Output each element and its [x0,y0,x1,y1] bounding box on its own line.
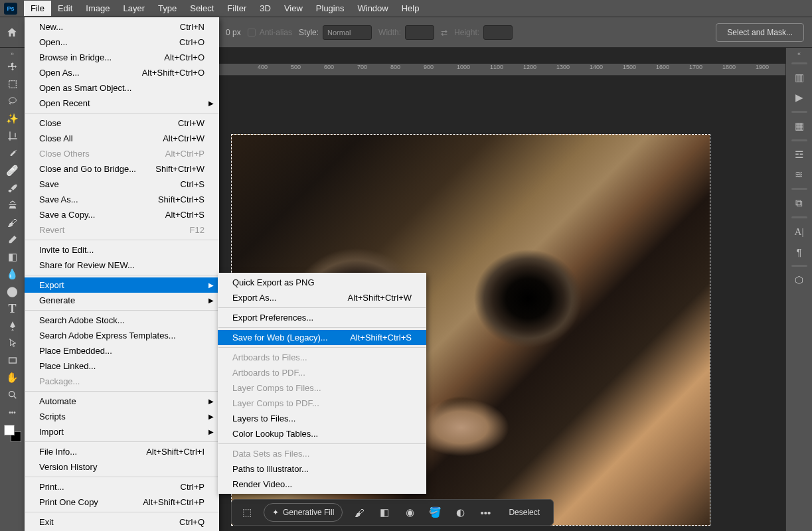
eyedropper-tool[interactable] [3,145,23,162]
menuitem-invite-to-edit[interactable]: Invite to Edit... [25,242,219,258]
pen-tool[interactable] [3,317,23,335]
menuitem-import[interactable]: Import▶ [25,424,219,439]
menuitem-open-recent[interactable]: Open Recent▶ [25,96,219,111]
zoom-tool[interactable] [3,386,23,404]
menu-view[interactable]: View [278,1,309,16]
dock-collapse-icon[interactable]: « [797,50,801,57]
paragraph-panel-icon[interactable]: ¶ [790,242,809,261]
magic-wand-tool[interactable]: ✨ [3,110,23,127]
healing-brush-tool[interactable]: 🩹 [3,162,23,179]
menuitem-new[interactable]: New...Ctrl+N [25,19,219,35]
clone-stamp-tool[interactable] [3,196,23,214]
more-icon[interactable]: ••• [477,504,494,521]
menuitem-save[interactable]: SaveCtrl+S [25,177,219,192]
brush-action-icon[interactable]: 🖌 [351,504,368,521]
menuitem-share-for-review-new[interactable]: Share for Review NEW... [25,258,219,273]
menu-filter[interactable]: Filter [220,1,253,16]
rectangle-tool[interactable] [3,352,23,369]
fill-icon[interactable]: ◉ [401,504,418,521]
menuitem-save-a-copy[interactable]: Save a Copy...Alt+Ctrl+S [25,207,219,222]
bucket-icon[interactable]: 🪣 [426,504,444,521]
layers-panel-icon[interactable]: ⧉ [790,194,809,212]
menu-window[interactable]: Window [351,1,394,16]
color-panel-icon[interactable]: ▥ [790,68,809,87]
crop-tool[interactable] [3,127,23,145]
history-brush-tool[interactable]: 🖌 [3,214,23,231]
menu-file[interactable]: File [24,1,51,16]
menuitem-close[interactable]: CloseCtrl+W [25,115,219,131]
svg-rect-0 [9,81,16,88]
menuitem-open-as-smart-object[interactable]: Open as Smart Object... [25,80,219,96]
swatches-panel-icon[interactable]: ▦ [790,117,809,135]
deselect-button[interactable]: Deselect [502,504,546,521]
width-input [405,25,434,40]
swap-icon[interactable]: ⇄ [441,28,447,37]
menu-select[interactable]: Select [183,1,220,16]
menuitem-export-as[interactable]: Export As...Alt+Shift+Ctrl+W [218,290,426,305]
menuitem-browse-in-bridge[interactable]: Browse in Bridge...Alt+Ctrl+O [25,50,219,65]
style-label: Style: [299,28,319,37]
menuitem-color-lookup-tables[interactable]: Color Lookup Tables... [218,426,426,441]
marquee-tool[interactable] [3,76,23,93]
menuitem-place-embedded[interactable]: Place Embedded... [25,343,219,358]
menuitem-print-one-copy[interactable]: Print One CopyAlt+Shift+Ctrl+P [25,494,219,510]
generative-fill-button[interactable]: ✦Generative Fill [264,503,343,522]
menuitem-search-adobe-express-templates[interactable]: Search Adobe Express Templates... [25,328,219,343]
menuitem-search-adobe-stock[interactable]: Search Adobe Stock... [25,313,219,328]
menuitem-quick-export-as-png[interactable]: Quick Export as PNG [218,275,426,290]
width-label: Width: [378,28,401,37]
gradient-tool[interactable]: ◧ [3,248,23,266]
play-icon[interactable]: ▶ [790,88,809,107]
menuitem-layers-to-files[interactable]: Layers to Files... [218,411,426,426]
menuitem-place-linked[interactable]: Place Linked... [25,358,219,374]
menu-plugins[interactable]: Plugins [309,1,351,16]
menuitem-close-all[interactable]: Close AllAlt+Ctrl+W [25,131,219,146]
menuitem-scripts[interactable]: Scripts▶ [25,409,219,424]
adjustments-panel-icon[interactable]: ☲ [790,145,809,164]
selection-indicator-icon: ⬚ [238,504,256,521]
dodge-tool[interactable]: ⬤ [3,283,23,300]
menu-3d[interactable]: 3D [253,1,278,16]
menuitem-print[interactable]: Print...Ctrl+P [25,479,219,494]
menu-image[interactable]: Image [79,1,116,16]
menuitem-export[interactable]: Export▶ [25,277,219,293]
path-select-tool[interactable] [3,335,23,352]
style-select[interactable]: Normal [323,25,372,40]
menuitem-close-and-go-to-bridge[interactable]: Close and Go to Bridge...Shift+Ctrl+W [25,161,219,177]
home-icon[interactable] [4,25,20,40]
character-panel-icon[interactable]: A| [790,222,809,241]
menuitem-save-for-web-legacy[interactable]: Save for Web (Legacy)...Alt+Shift+Ctrl+S [218,330,426,345]
menuitem-export-preferences[interactable]: Export Preferences... [218,310,426,325]
menu-type[interactable]: Type [151,1,183,16]
move-tool[interactable] [3,58,23,76]
menuitem-automate[interactable]: Automate▶ [25,394,219,409]
menuitem-render-video[interactable]: Render Video... [218,477,426,492]
select-and-mask-button[interactable]: Select and Mask... [716,23,804,42]
menu-layer[interactable]: Layer [117,1,152,16]
menuitem-file-info[interactable]: File Info...Alt+Shift+Ctrl+I [25,444,219,459]
blur-tool[interactable]: 💧 [3,266,23,283]
menuitem-open-as[interactable]: Open As...Alt+Shift+Ctrl+O [25,65,219,80]
eraser-tool[interactable] [3,231,23,248]
menuitem-artboards-to-files: Artboards to Files... [218,350,426,365]
hand-tool[interactable]: ✋ [3,369,23,386]
menuitem-generate[interactable]: Generate▶ [25,293,219,308]
menuitem-data-sets-as-files: Data Sets as Files... [218,446,426,461]
menu-edit[interactable]: Edit [51,1,79,16]
menuitem-paths-to-illustrator[interactable]: Paths to Illustrator... [218,461,426,477]
menuitem-open[interactable]: Open...Ctrl+O [25,35,219,50]
menu-help[interactable]: Help [395,1,426,16]
menuitem-exit[interactable]: ExitCtrl+Q [25,514,219,530]
brush-tool[interactable] [3,179,23,196]
collapse-icon[interactable]: » [11,50,14,57]
invert-icon[interactable]: ◐ [451,504,469,521]
edit-toolbar[interactable]: ••• [3,404,23,421]
type-tool[interactable]: T [3,300,23,317]
lasso-tool[interactable] [3,93,23,110]
menuitem-version-history[interactable]: Version History [25,459,219,475]
menuitem-save-as[interactable]: Save As...Shift+Ctrl+S [25,192,219,207]
add-adjustment-icon[interactable]: ◧ [376,504,393,521]
color-swatches[interactable] [4,425,21,442]
styles-panel-icon[interactable]: ≋ [790,165,809,184]
3d-panel-icon[interactable]: ⬡ [790,271,809,289]
